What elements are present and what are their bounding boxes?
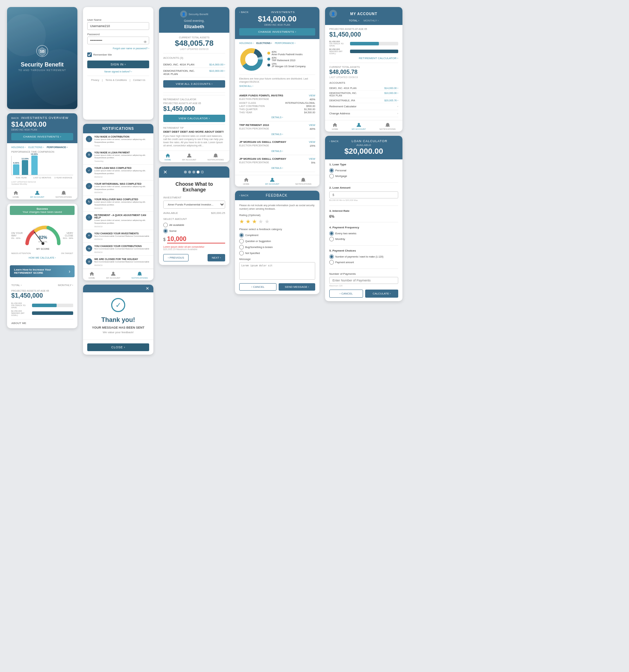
nav-notifications-inv[interactable]: NOTIFICATIONS <box>295 177 311 185</box>
some-radio[interactable] <box>163 229 168 233</box>
two-weeks-radio[interactable] <box>329 231 334 236</box>
mortgage-opt[interactable]: Mortgage <box>329 174 398 178</box>
nav-myaccount-inv[interactable]: MY ACCOUNT <box>265 177 279 185</box>
loan-cancel-btn[interactable]: ‹ CANCEL <box>329 290 363 298</box>
nav-notifications-notif[interactable]: NOTIFICATIONS <box>132 271 148 279</box>
personal-opt[interactable]: Personal <box>329 168 398 173</box>
back-link-loan[interactable]: ‹ BACK <box>329 140 339 143</box>
back-link-inv[interactable]: ‹ BACK <box>239 11 249 14</box>
nav-notifications-dash[interactable]: NOTIFICATIONS <box>208 153 224 161</box>
retire-calc-link-row[interactable]: Retirement Calculator › <box>329 103 398 110</box>
nav-home-notif[interactable]: HOME <box>89 271 95 279</box>
fund-view-2[interactable]: VIEW <box>309 124 315 126</box>
total-tab-ma[interactable]: TOTAL › <box>349 19 360 22</box>
nav-home-ma[interactable]: HOME <box>332 122 338 130</box>
nav-myaccount[interactable]: MY ACCOUNT <box>30 190 44 198</box>
notif-item-2[interactable]: $ YOU MADE A LOAN PAYMENT Lorem ipsum do… <box>83 149 153 165</box>
category-question[interactable]: Question or Suggestion <box>239 239 315 243</box>
fund-view-1[interactable]: VIEW <box>309 94 315 97</box>
feedback-cancel-btn[interactable]: ‹ CANCEL <box>239 283 277 291</box>
investment-select[interactable]: Amer Funds Fundamental Investor... <box>163 201 225 209</box>
all-available-opt[interactable]: All available <box>163 223 225 227</box>
num-payments-input[interactable] <box>329 277 398 284</box>
change-address-link-row[interactable]: Change Address › <box>329 110 398 117</box>
loan-amount-input[interactable] <box>329 191 398 198</box>
payment-amount-radio[interactable] <box>329 260 334 265</box>
tab-elections[interactable]: ELECTIONS › <box>28 146 44 148</box>
nav-home-dash[interactable]: HOME <box>165 153 171 161</box>
tab-holdings[interactable]: HOLDINGS › <box>11 146 26 148</box>
star-1[interactable]: ★ <box>239 218 244 225</box>
total-tab-small[interactable]: TOTAL › <box>11 284 22 287</box>
fund-details-4[interactable]: DETAILS › <box>272 167 283 169</box>
payment-amount-opt[interactable]: Payment amount <box>329 260 398 265</box>
notif-item-3[interactable]: ✓ YOUR LOAN WAS COMPLETED Lorem ipsum do… <box>83 165 153 180</box>
tab-elections-inv[interactable]: ELECTIONS › <box>256 42 272 44</box>
nav-notifications-ma[interactable]: NOTIFICATIONS <box>380 122 396 130</box>
fund-details-2[interactable]: DETAILS › <box>272 133 283 135</box>
tab-performance-inv[interactable]: PERFORMANCE › <box>275 42 296 44</box>
notif-item-5[interactable]: ↻ YOUR ROLLOVER WAS COMPLETED Lorem ipsu… <box>83 196 153 212</box>
notif-item-7[interactable]: ≡ YOU CHANGED YOUR INVESTMENTS Non-Commi… <box>83 230 153 243</box>
cat-radio-notspecified[interactable] <box>239 251 244 255</box>
account-row-2[interactable]: DEMONSTRATION, INC.401K PLAN $10,000.00 … <box>163 68 225 77</box>
nav-home-inv[interactable]: HOME <box>243 177 249 185</box>
change-investments-btn[interactable]: CHANGE INVESTMENTS › <box>239 28 315 36</box>
feedback-message[interactable] <box>239 262 315 280</box>
back-link-inv-ov[interactable]: BACK <box>11 116 19 120</box>
remember-checkbox[interactable] <box>87 52 92 57</box>
retirement-calc-link-ma[interactable]: RETIREMENT CALCULATOR › <box>329 57 398 60</box>
all-available-radio[interactable] <box>163 223 168 227</box>
signin-btn[interactable]: SIGN IN › <box>87 61 149 68</box>
retire-banner[interactable]: Learn How to Increase YourRETIREMENT SCO… <box>10 265 75 277</box>
fund-details-1[interactable]: DETAILS › <box>272 116 283 119</box>
amount-input[interactable] <box>167 235 225 243</box>
change-investments-btn-ov[interactable]: CHANGE INVESTMENTS › <box>11 133 73 140</box>
star-4[interactable]: ★ <box>258 218 263 225</box>
ma-acct-row-2[interactable]: DEMONSTRATION, INC.401K PLAN $10,000.00 … <box>329 91 398 98</box>
fund-details-3[interactable]: DETAILS › <box>272 150 283 152</box>
every-two-weeks-opt[interactable]: Every two weeks <box>329 231 398 236</box>
never-signed-link[interactable]: Never signed in before? › <box>87 70 149 73</box>
notif-item-6[interactable]: ! RETIREMENT - A QUICK ADJUSTMENT CAN HE… <box>83 212 153 230</box>
show-password-icon[interactable]: 👁 <box>144 40 147 44</box>
star-5[interactable]: ★ <box>265 218 269 225</box>
monthly-tab-ma[interactable]: MONTHLY › <box>363 19 379 22</box>
notif-item-1[interactable]: ↑ YOU MADE A CONTRIBUTION Lorem ipsum do… <box>83 133 153 149</box>
tab-performance[interactable]: PERFORMANCE › <box>47 146 68 148</box>
notif-item-8[interactable]: % YOU CHANGED YOUR CONTRIBUTIONS Non-Com… <box>83 243 153 256</box>
notif-item-4[interactable]: ↓ YOUR WITHDRAWAL WAS COMPLETED Lorem ip… <box>83 180 153 196</box>
close-btn[interactable]: CLOSE › <box>87 343 149 351</box>
view-all-btn[interactable]: VIEW ALL 3 ACCOUNTS › <box>163 80 225 88</box>
username-input[interactable] <box>87 22 149 30</box>
show-all-link[interactable]: SHOW ALL › <box>239 85 315 87</box>
category-compliment[interactable]: Compliment <box>239 233 315 237</box>
account-row-1[interactable]: DEMO, INC. 401K PLAN $14,000.00 › <box>163 62 225 68</box>
cat-radio-question[interactable] <box>239 239 244 243</box>
how-we-calc-link[interactable]: HOW WE CALCULATE › <box>11 256 73 259</box>
nav-notifications[interactable]: NOTIFICATIONS <box>56 190 72 198</box>
back-link-feedback[interactable]: ‹ BACK <box>239 194 249 197</box>
cat-radio-compliment[interactable] <box>239 233 244 237</box>
feedback-send-btn[interactable]: SEND MESSAGE › <box>279 283 315 291</box>
category-notspecified[interactable]: Not Specified <box>239 251 315 255</box>
loan-calculate-btn[interactable]: CALCULATE › <box>365 290 398 298</box>
nav-myaccount-ma[interactable]: MY ACCOUNT <box>352 122 366 130</box>
ma-acct-row-1[interactable]: DEMO, INC. 401K PLAN $14,000.00 › <box>329 86 398 91</box>
nav-myaccount-notif[interactable]: MY ACCOUNT <box>106 271 120 279</box>
personal-radio[interactable] <box>329 168 334 173</box>
category-bug[interactable]: Bug/Something is broken <box>239 245 315 249</box>
monthly-opt[interactable]: Monthly <box>329 237 398 241</box>
ma-acct-row-3[interactable]: DEMONSTRABLE, IRA $20,005.76 › <box>329 98 398 103</box>
cat-radio-bug[interactable] <box>239 245 244 249</box>
num-payments-opt[interactable]: Number of payments I want to make (1-120… <box>329 254 398 259</box>
contact-link[interactable]: Contact Us <box>133 79 145 81</box>
forgot-link[interactable]: Forgot user name or password? › <box>87 47 149 50</box>
thankyou-close-x[interactable]: ✕ <box>146 286 149 291</box>
next-btn[interactable]: NEXT › <box>208 254 225 261</box>
monthly-radio[interactable] <box>329 237 334 241</box>
exchange-close-btn[interactable]: ✕ <box>163 169 167 175</box>
some-opt[interactable]: Some <box>163 229 225 233</box>
password-input[interactable] <box>87 37 149 44</box>
monthly-tab-small[interactable]: MONTHLY › <box>58 284 73 287</box>
